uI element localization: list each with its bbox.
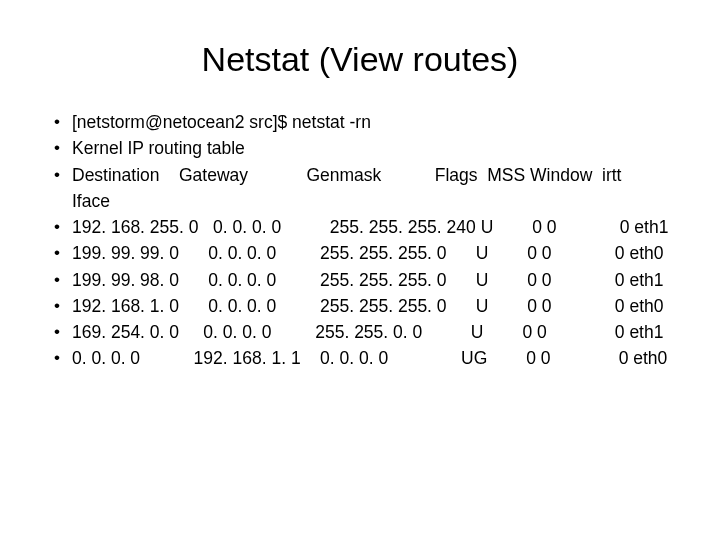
list-item: 199. 99. 98. 0 0. 0. 0. 0 255. 255. 255.… — [50, 267, 670, 293]
slide: Netstat (View routes) [netstorm@netocean… — [0, 0, 720, 402]
list-item: 169. 254. 0. 0 0. 0. 0. 0 255. 255. 0. 0… — [50, 319, 670, 345]
list-item: 0. 0. 0. 0 192. 168. 1. 1 0. 0. 0. 0 UG … — [50, 345, 670, 371]
list-item: Kernel IP routing table — [50, 135, 670, 161]
list-item: 199. 99. 99. 0 0. 0. 0. 0 255. 255. 255.… — [50, 240, 670, 266]
list-item: Destination Gateway Genmask Flags MSS Wi… — [50, 162, 670, 215]
page-title: Netstat (View routes) — [50, 40, 670, 79]
list-item: 192. 168. 1. 0 0. 0. 0. 0 255. 255. 255.… — [50, 293, 670, 319]
list-item: 192. 168. 255. 0 0. 0. 0. 0 255. 255. 25… — [50, 214, 670, 240]
bullet-list: [netstorm@netocean2 src]$ netstat -rn Ke… — [50, 109, 670, 372]
list-item: [netstorm@netocean2 src]$ netstat -rn — [50, 109, 670, 135]
